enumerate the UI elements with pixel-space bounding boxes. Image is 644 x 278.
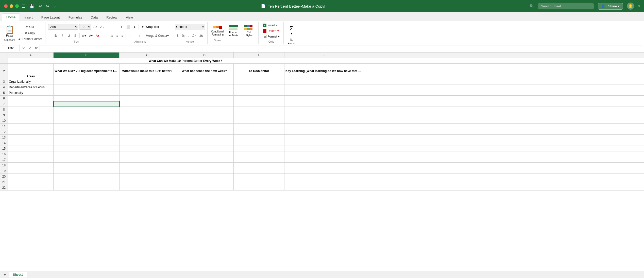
cell-F7[interactable] [284, 101, 363, 107]
formula-input[interactable] [40, 45, 642, 51]
tab-insert[interactable]: Insert [20, 14, 37, 21]
add-sheet-button[interactable]: + [2, 272, 8, 277]
col-header-F[interactable]: F [284, 53, 363, 58]
align-middle-button[interactable]: ⬜ [125, 24, 131, 29]
tab-formulas[interactable]: Formulas [64, 14, 86, 21]
italic-button[interactable]: I [59, 33, 65, 38]
cell-F5[interactable] [284, 90, 363, 96]
minimize-window-button[interactable] [10, 4, 13, 8]
cell-A7[interactable] [8, 101, 54, 107]
redo-icon[interactable]: ↪ [46, 4, 49, 9]
cell-A5[interactable]: Personally [8, 90, 54, 96]
cell-E6[interactable] [234, 96, 284, 101]
tab-page-layout[interactable]: Page Layout [37, 14, 64, 21]
undo-icon[interactable]: ↩ [39, 4, 42, 9]
format-as-table-button[interactable]: Formatas Table [226, 23, 241, 39]
format-button[interactable]: ⊞ Format ▾ [261, 34, 281, 39]
underline-button[interactable]: U [66, 33, 72, 38]
cell-extra-5[interactable] [363, 90, 644, 96]
sidebar-toggle-icon[interactable]: ☰ [22, 4, 25, 9]
cell-E5[interactable] [234, 90, 284, 96]
cancel-formula-button[interactable]: ✕ [21, 45, 26, 51]
cell-B6[interactable] [54, 96, 120, 101]
save-icon[interactable]: 💾 [29, 4, 35, 9]
cell-D6[interactable] [175, 96, 234, 101]
paste-button[interactable]: 📋 Paste [4, 23, 15, 39]
increase-font-button[interactable]: A↑ [92, 24, 98, 29]
cell-C4[interactable] [120, 84, 175, 90]
header-cell-F[interactable]: Key Learning (What learning do we now ha… [284, 64, 363, 79]
search-input[interactable] [538, 3, 594, 9]
font-family-select[interactable]: Arial [48, 24, 78, 30]
header-cell-B[interactable]: What We Did? 2-3 big accomplishments thi… [54, 64, 120, 79]
col-header-C[interactable]: C [120, 53, 175, 58]
col-header-A[interactable]: A [8, 53, 54, 58]
cell-styles-button[interactable]: CellStyles [242, 23, 256, 39]
header-cell-D[interactable]: What happened the next week? [175, 64, 234, 79]
col-header-B[interactable]: B [54, 53, 120, 58]
currency-button[interactable]: $ [176, 33, 180, 38]
decrease-decimal-button[interactable]: .0↓ [198, 33, 205, 38]
font-size-select[interactable]: 10 [79, 24, 91, 30]
cell-reference-input[interactable] [2, 45, 20, 51]
cell-F3[interactable] [284, 79, 363, 84]
align-right-button[interactable]: ≡ [120, 33, 124, 38]
decrease-font-button[interactable]: A↓ [99, 24, 105, 29]
user-avatar[interactable]: 😊 [627, 3, 634, 10]
cell-C6[interactable] [120, 96, 175, 101]
number-format-select[interactable]: General [175, 24, 205, 30]
font-color-button[interactable]: A▾ [94, 33, 100, 38]
tab-home[interactable]: Home [2, 13, 20, 21]
col-header-E[interactable]: E [234, 53, 284, 58]
header-cell-extra[interactable] [363, 64, 644, 79]
align-left-button[interactable]: ≡ [110, 33, 114, 38]
cell-A6[interactable] [8, 96, 54, 101]
cell-F6[interactable] [284, 96, 363, 101]
tab-view[interactable]: View [122, 14, 137, 21]
align-bottom-button[interactable]: ⬇ [132, 24, 137, 29]
indent-increase-button[interactable]: ⟶ [135, 33, 142, 38]
cell-A4[interactable]: Department/Area of Focus [8, 84, 54, 90]
cell-B4[interactable] [54, 84, 120, 90]
cell-D3[interactable] [175, 79, 234, 84]
align-center-button[interactable]: ≡ [115, 33, 119, 38]
title-cell[interactable]: What Can We Make 10 Percent Better Every… [8, 58, 363, 64]
customize-icon[interactable]: ⌄ [53, 4, 57, 9]
borders-button[interactable]: ⊞▾ [81, 33, 87, 38]
cell-B5[interactable] [54, 90, 120, 96]
cell-E3[interactable] [234, 79, 284, 84]
cell-F4[interactable] [284, 84, 363, 90]
cell-B7[interactable] [54, 101, 120, 107]
fill-color-button[interactable]: A▾ [88, 33, 94, 38]
format-painter-button[interactable]: 🖌 Format Painter [17, 37, 43, 42]
conditional-formatting-button[interactable]: ConditionalFormatting [210, 23, 225, 39]
align-top-button[interactable]: ⬆ [119, 24, 124, 29]
header-cell-C[interactable]: What would make this 10% better? [120, 64, 175, 79]
strikethrough-button[interactable]: S̶ [72, 33, 78, 38]
cell-E7[interactable] [234, 101, 284, 107]
tab-data[interactable]: Data [87, 14, 102, 21]
cell-D4[interactable] [175, 84, 234, 90]
bold-button[interactable]: B [53, 33, 59, 38]
sheet-tab-1[interactable]: Sheet1 [9, 272, 27, 277]
sheet-area[interactable]: A B C D E F 1 What Can We Make 10 Percen… [0, 52, 644, 271]
copy-button[interactable]: ⧉ Copy [17, 30, 43, 36]
col-header-extra[interactable] [363, 53, 644, 58]
cell-A3[interactable]: Organizationally [8, 79, 54, 84]
percent-button[interactable]: % [180, 33, 186, 38]
share-button[interactable]: 👤+ Insert Share ▾ [598, 3, 623, 10]
tab-review[interactable]: Review [102, 14, 121, 21]
cell-D5[interactable] [175, 90, 234, 96]
cell-C5[interactable] [120, 90, 175, 96]
cell-D7[interactable] [175, 101, 234, 107]
col-header-D[interactable]: D [175, 53, 234, 58]
confirm-formula-button[interactable]: ✓ [27, 45, 33, 51]
merge-center-button[interactable]: Merge & Center▾ [144, 33, 170, 38]
collapse-icon[interactable]: ▾ [638, 4, 640, 8]
increase-decimal-button[interactable]: .0↑ [191, 33, 197, 38]
cell-E4[interactable] [234, 84, 284, 90]
header-cell-E[interactable]: To Do/Monitor [234, 64, 284, 79]
wrap-text-button[interactable]: ↵ Wrap Text [140, 24, 161, 30]
insert-button[interactable]: + Insert ▾ [261, 23, 281, 28]
close-window-button[interactable] [4, 4, 8, 8]
